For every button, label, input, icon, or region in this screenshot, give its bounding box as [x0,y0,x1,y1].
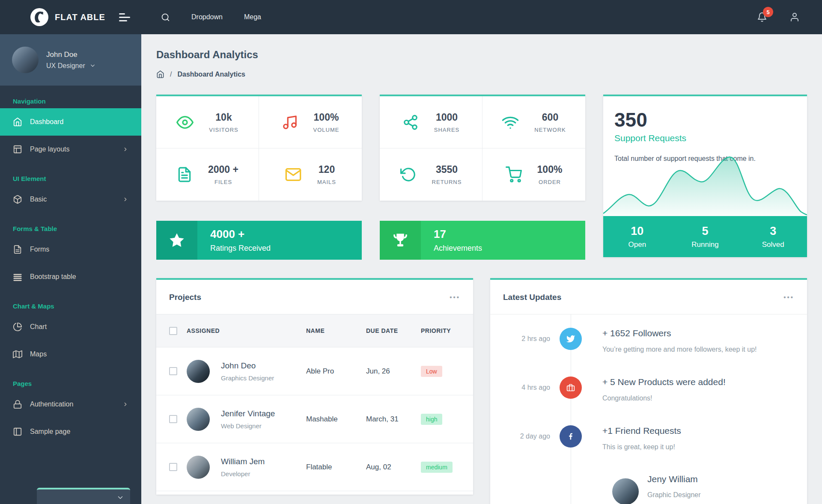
profile-name: John Doe [46,50,96,59]
file-text-icon [176,166,193,183]
top-nav: Dropdown Mega [161,13,261,22]
updates-timeline: 2 hrs ago + 1652 Followers You’re gettin… [490,314,807,504]
nav-dropdown[interactable]: Dropdown [191,13,223,21]
sidebar-item-dashboard[interactable]: Dashboard [0,108,141,136]
row-checkbox[interactable] [169,415,177,423]
logo-icon [30,8,49,27]
sidebar: John Doe UX Designer Navigation Dashboar… [0,34,141,504]
chevron-down-icon [116,494,124,503]
sidebar-item-chart[interactable]: Chart [0,313,141,341]
main-content: Dashboard Analytics / Dashboard Analytic… [141,34,822,504]
music-icon [282,114,298,130]
mail-icon [285,166,302,183]
stats-card-1: 10kVISITORS 100%VOLUME 2000 +FILES [156,95,362,201]
sidebar-item-authentication[interactable]: Authentication [0,391,141,418]
avatar [187,456,210,479]
priority-badge: medium [421,462,453,473]
row-checkbox[interactable] [169,367,177,375]
briefcase-icon [560,377,582,399]
table-row: John DeoGraphics Designer Able Pro Jun, … [156,347,473,395]
avatar [187,360,210,383]
map-icon [13,350,22,359]
row-checkbox[interactable] [169,463,177,471]
user-icon[interactable] [789,12,800,22]
chevron-right-icon [122,401,128,407]
chevron-right-icon [122,196,128,202]
latest-updates-card: Latest Updates ••• 2 hrs ago + 1652 Foll… [490,278,807,504]
breadcrumb: / Dashboard Analytics [156,70,807,78]
brand-name: FLAT ABLE [55,12,105,22]
stat-shares: 1000SHARES [380,96,482,148]
sidebar-item-forms[interactable]: Forms [0,236,141,263]
sidebar-item-page-layouts[interactable]: Page layouts [0,136,141,163]
sidebar-section-ui-element: UI Element [0,163,141,186]
support-requests-card: 350 Support Requests Total number of sup… [603,95,807,257]
sidebar-collapsed-card[interactable] [37,488,130,504]
app-root: FLAT ABLE Dropdown Mega 5 John Doe [0,0,822,504]
chevron-down-icon [89,62,96,69]
sidebar-item-sample-page[interactable]: Sample page [0,418,141,445]
update-person: Jeny William Graphic Designer [612,474,807,504]
user-profile[interactable]: John Doe UX Designer [0,34,141,86]
sidebar-item-bootstrap-table[interactable]: Bootstrap table [0,263,141,291]
nav-mega[interactable]: Mega [244,13,261,21]
list-item: 4 hrs ago + 5 New Products were added! C… [490,377,807,402]
stat-visitors: 10kVISITORS [156,96,259,148]
select-all-checkbox[interactable] [169,327,177,335]
sidebar-item-maps[interactable]: Maps [0,341,141,368]
updates-title: Latest Updates [503,293,561,302]
support-sparkline-chart [603,163,807,216]
twitter-icon [560,328,582,350]
projects-card: Projects ••• ASSIGNED NAME DUE DATE PRIO… [156,278,473,495]
stat-mails: 120MAILS [259,148,362,201]
profile-role: UX Designer [46,62,85,70]
avatar [612,478,639,504]
support-open: 10Open [603,216,671,257]
menu-toggle-icon[interactable] [119,13,130,21]
rotate-ccw-icon [400,166,417,183]
search-icon[interactable] [161,13,170,22]
priority-badge: high [421,414,442,425]
chevron-right-icon [122,146,128,152]
table-row: Jenifer VintageWeb Designer Mashable Mar… [156,395,473,443]
projects-table-header: ASSIGNED NAME DUE DATE PRIORITY [156,314,473,347]
home-icon [13,117,22,127]
avatar [187,408,210,431]
sidebar-section-forms-table: Forms & Table [0,213,141,236]
ratings-banner: 4000 + Ratings Received [156,221,362,260]
avatar [12,47,39,73]
achievements-banner: 17 Achievements [380,221,585,260]
trophy-icon [380,221,421,260]
more-options-icon[interactable]: ••• [450,296,460,299]
layout-icon [13,145,22,154]
notifications-bell-icon[interactable]: 5 [757,12,767,22]
stats-card-2: 1000SHARES 600NETWORK 3550RETURNS 1 [380,95,585,201]
stat-order: 100%ORDER [482,148,585,201]
brand: FLAT ABLE [0,8,141,27]
support-footer: 10Open 5Running 3Solved [603,216,807,257]
notification-badge: 5 [763,7,773,17]
stat-returns: 3550RETURNS [380,148,482,201]
sidebar-item-basic[interactable]: Basic [0,186,141,213]
table-icon [13,272,22,282]
stat-volume: 100%VOLUME [259,96,362,148]
home-icon[interactable] [156,70,164,78]
list-item: 2 hrs ago + 1652 Followers You’re gettin… [490,328,807,353]
pie-chart-icon [13,322,22,332]
facebook-icon [560,425,582,448]
breadcrumb-item[interactable]: Dashboard Analytics [177,71,245,78]
sidebar-section-chart-maps: Chart & Maps [0,291,141,313]
lock-icon [13,400,22,409]
sidebar-layout-icon [13,427,22,436]
support-title: Support Requests [614,133,796,143]
share-icon [402,114,419,130]
page-title: Dashboard Analytics [156,49,807,61]
file-text-icon [13,245,22,254]
projects-title: Projects [169,293,201,302]
more-options-icon[interactable]: ••• [783,296,794,299]
support-value: 350 [614,110,796,130]
table-row: William JemDeveloper Flatable Aug, 02 me… [156,443,473,491]
stat-network: 600NETWORK [482,96,585,148]
breadcrumb-separator: / [170,71,172,78]
eye-icon [176,114,194,131]
